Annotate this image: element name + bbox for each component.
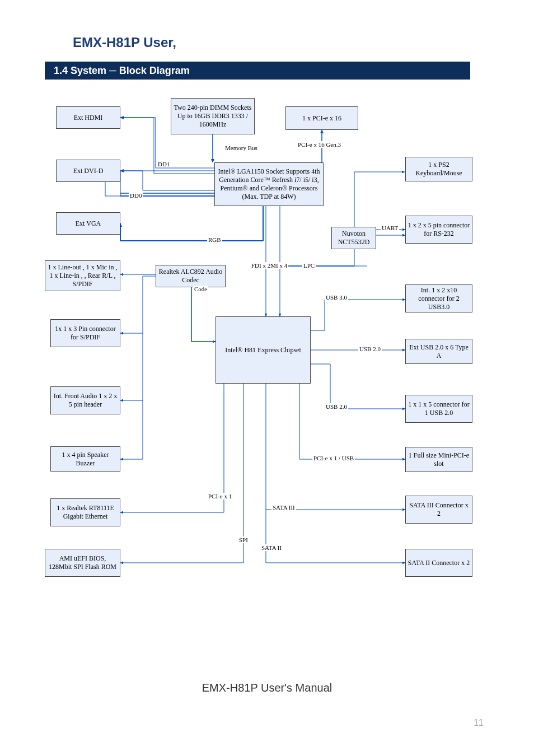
block-usb20x6: Ext USB 2.0 x 6 Type A	[405, 339, 472, 364]
block-dimm: Two 240-pin DIMM Sockets Up to 16GB DDR3…	[171, 98, 255, 134]
page-number: 11	[474, 718, 484, 728]
edge-fdi: FDI x 2MI x 4	[250, 262, 288, 269]
block-pcie16: 1 x PCI-e x 16	[285, 106, 358, 130]
block-usb30: Int. 1 x 2 x10 connector for 2 USB3.0	[405, 284, 472, 312]
edge-rgb: RGB	[207, 236, 222, 243]
edge-code: Code	[193, 286, 208, 292]
edge-uart: UART	[381, 225, 399, 231]
edge-dd1: DD1	[157, 161, 171, 167]
block-rs232: 1 x 2 x 5 pin connector for RS-232	[405, 216, 472, 244]
page-model-header: EMX-H81P User,	[73, 35, 176, 50]
block-front-aud: Int. Front Audio 1 x 2 x 5 pin header	[50, 386, 120, 414]
edge-membus: Memory Bus	[224, 144, 259, 151]
edge-pciex1usb: PCI-e x 1 / USB	[312, 455, 355, 461]
edge-pciex16g3: PCI-e x 16 Gen.3	[297, 141, 342, 148]
block-ext-dvid: Ext DVI-D	[56, 160, 120, 182]
edge-dd0: DD0	[129, 192, 143, 199]
block-bios: AMI uEFI BIOS, 128Mbit SPI Flash ROM	[45, 549, 120, 577]
block-ext-hdmi: Ext HDMI	[56, 106, 120, 129]
block-minipcie: 1 Full size Mini-PCI-e slot	[405, 447, 472, 472]
edge-usb20b: USB 2.0	[325, 403, 348, 410]
block-buzzer: 1 x 4 pin Speaker Buzzer	[50, 446, 120, 472]
model-label: EMX-H81P User	[73, 35, 172, 50]
edge-sata3: SATA III	[271, 504, 296, 511]
block-nuvoton: Nuvoton NCT5532D	[331, 227, 376, 249]
edge-pciex1: PCI-e x 1	[207, 493, 233, 500]
block-sata2: SATA II Connector x 2	[405, 549, 472, 577]
edge-spi: SPI	[238, 536, 249, 543]
footer-label: EMX-H81P User's Manual	[202, 682, 332, 694]
edge-sata2: SATA II	[260, 544, 283, 551]
model-suffix: ,	[172, 35, 176, 50]
edge-usb30: USB 3.0	[325, 294, 348, 301]
block-alc: Realtek ALC892 Audio Codec	[156, 265, 226, 287]
section-label: 1.4 System ─ Block Diagram	[54, 65, 190, 76]
block-diagram: Ext HDMI Ext DVI-D Ext VGA Two 240-pin D…	[45, 84, 493, 622]
block-ps2: 1 x PS2 Keyboard/Mouse	[405, 157, 472, 181]
block-ext-vga: Ext VGA	[56, 212, 120, 235]
block-lan: 1 x Realtek RT8111E Gigabit Ethernet	[50, 498, 120, 526]
block-usb20x1: 1 x 1 x 5 connector for 1 USB 2.0	[405, 395, 472, 423]
block-audio-ext: 1 x Line-out , 1 x Mic in , 1 x Line-in …	[45, 260, 120, 291]
edge-usb20a: USB 2.0	[358, 346, 382, 352]
block-cpu: Intel® LGA1150 Socket Supports 4th Gener…	[214, 162, 324, 206]
edge-lpc: LPC	[302, 262, 316, 269]
section-header: 1.4 System ─ Block Diagram	[45, 62, 470, 80]
page-footer: EMX-H81P User's Manual	[0, 682, 534, 694]
block-pch: Intel® H81 Express Chipset	[216, 316, 311, 384]
block-spdif: 1x 1 x 3 Pin connector for S/PDIF	[50, 319, 120, 347]
block-sata3: SATA III Connector x 2	[405, 496, 472, 524]
